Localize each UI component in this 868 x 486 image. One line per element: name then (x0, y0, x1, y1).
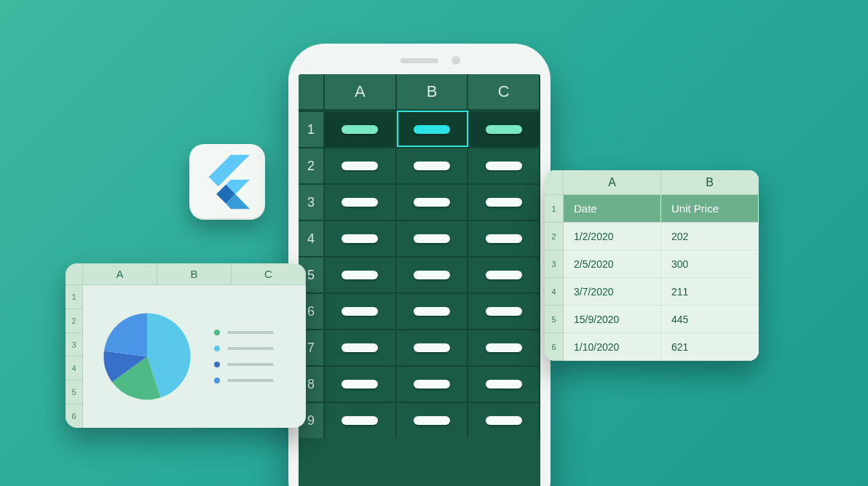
legend-item (214, 330, 274, 335)
column-header-c[interactable]: C (232, 263, 306, 285)
cell-content-placeholder (342, 125, 378, 134)
cell[interactable] (468, 329, 540, 365)
sheet-corner (66, 263, 83, 285)
cell[interactable] (468, 402, 540, 438)
cell-content-placeholder (414, 234, 450, 243)
cell[interactable] (325, 256, 397, 292)
cell[interactable] (325, 402, 397, 438)
cell-date[interactable]: 3/7/2020 (564, 278, 661, 306)
row-header[interactable]: 6 (66, 404, 83, 428)
column-header-c[interactable]: C (468, 74, 540, 111)
cell-content-placeholder (414, 198, 450, 207)
cell[interactable] (397, 329, 469, 365)
cell[interactable] (468, 220, 540, 256)
cell[interactable] (397, 402, 469, 438)
cell-content-placeholder (486, 234, 522, 243)
row-header[interactable]: 1 (66, 285, 83, 308)
cell[interactable] (397, 365, 469, 402)
cell[interactable] (325, 329, 397, 365)
cell-b1-selected[interactable] (397, 111, 469, 147)
table-header-date[interactable]: Date (564, 195, 661, 223)
cell-price[interactable]: 621 (661, 333, 759, 361)
cell-content-placeholder (342, 416, 378, 425)
cell[interactable] (325, 292, 397, 329)
legend-dot-icon (214, 330, 220, 335)
cell-content-placeholder (486, 125, 522, 134)
column-header-a[interactable]: A (564, 170, 661, 195)
row-header[interactable]: 2 (545, 223, 564, 250)
cell[interactable] (397, 220, 469, 256)
cell-content-placeholder (414, 162, 450, 170)
cell[interactable] (325, 147, 397, 183)
cell-content-placeholder (486, 416, 522, 425)
cell-date[interactable]: 1/2/2020 (564, 223, 661, 250)
row-header[interactable]: 6 (545, 333, 564, 361)
cell[interactable] (397, 183, 469, 220)
cell-date[interactable]: 1/10/2020 (564, 333, 661, 361)
row-header[interactable]: 4 (66, 356, 83, 380)
cell[interactable] (397, 292, 469, 329)
legend-item (214, 362, 274, 367)
cell[interactable] (397, 147, 469, 183)
row-header[interactable]: 5 (545, 306, 564, 333)
cell[interactable] (325, 220, 397, 256)
cell-c1[interactable] (468, 111, 540, 147)
pie-chart-icon (102, 311, 192, 402)
row-header[interactable]: 2 (299, 147, 325, 183)
cell[interactable] (468, 147, 540, 183)
column-header-b[interactable]: B (661, 170, 759, 195)
cell-content-placeholder (342, 271, 378, 279)
legend-item (214, 378, 274, 383)
cell-date[interactable]: 15/9/2020 (564, 306, 661, 333)
column-header-b[interactable]: B (157, 263, 232, 285)
row-header[interactable]: 3 (545, 250, 564, 278)
cell-content-placeholder (414, 125, 450, 134)
data-table-card: A B 1 Date Unit Price 2 1/2/2020 202 3 2… (545, 170, 759, 361)
cell-price[interactable]: 300 (661, 250, 759, 278)
cell-date[interactable]: 2/5/2020 (564, 250, 661, 278)
legend-dot-icon (214, 346, 220, 351)
cell-content-placeholder (414, 271, 450, 279)
cell-content-placeholder (486, 307, 522, 316)
cell[interactable] (468, 292, 540, 329)
chart-legend (214, 330, 274, 383)
row-header[interactable]: 3 (299, 183, 325, 220)
cell[interactable] (397, 256, 469, 292)
cell-content-placeholder (342, 234, 378, 243)
cell-content-placeholder (486, 380, 522, 389)
legend-label-placeholder (227, 331, 274, 334)
cell[interactable] (325, 365, 397, 402)
legend-label-placeholder (227, 347, 274, 350)
cell-price[interactable]: 211 (661, 278, 759, 306)
cell-price[interactable]: 445 (661, 306, 759, 333)
row-header[interactable]: 1 (299, 111, 325, 147)
table-header-unit-price[interactable]: Unit Price (661, 195, 759, 223)
legend-label-placeholder (227, 379, 274, 382)
cell[interactable] (468, 183, 540, 220)
flutter-logo-icon (205, 154, 250, 210)
cell[interactable] (468, 256, 540, 292)
row-header[interactable]: 3 (66, 332, 83, 356)
cell[interactable] (468, 365, 540, 402)
cell-content-placeholder (486, 198, 522, 207)
cell-content-placeholder (486, 343, 522, 352)
cell[interactable] (325, 183, 397, 220)
column-header-b[interactable]: B (397, 74, 469, 111)
row-header[interactable]: 5 (66, 380, 83, 404)
legend-label-placeholder (227, 363, 274, 366)
legend-item (214, 346, 274, 351)
cell-content-placeholder (342, 162, 378, 170)
cell-content-placeholder (414, 380, 450, 389)
row-header[interactable]: 4 (545, 278, 564, 306)
column-header-a[interactable]: A (83, 263, 157, 285)
cell-a1[interactable] (325, 111, 397, 147)
row-header[interactable]: 4 (299, 220, 325, 256)
column-header-a[interactable]: A (325, 74, 397, 111)
cell-content-placeholder (414, 416, 450, 425)
cell-price[interactable]: 202 (661, 223, 759, 250)
row-header[interactable]: 2 (66, 308, 83, 332)
cell-content-placeholder (342, 380, 378, 389)
row-header[interactable]: 1 (545, 195, 564, 223)
flutter-logo-card (189, 144, 265, 220)
cell-content-placeholder (342, 343, 378, 352)
